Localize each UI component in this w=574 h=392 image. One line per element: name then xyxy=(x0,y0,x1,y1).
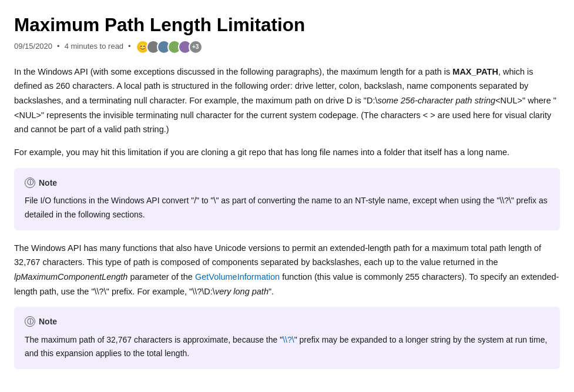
note-icon-1: ⓘ xyxy=(25,177,35,188)
get-volume-link[interactable]: GetVolumeInformation xyxy=(195,272,280,282)
note-text-1: File I/O functions in the Windows API co… xyxy=(25,194,549,222)
paragraph-3: The Windows API has many functions that … xyxy=(14,241,560,299)
paragraph-2: For example, you may hit this limitation… xyxy=(14,145,560,160)
meta-bar: 09/15/2020 • 4 minutes to read • 😊 +3 xyxy=(14,40,560,54)
note-label-1: Note xyxy=(39,176,57,189)
paragraph-1: In the Windows API (with some exceptions… xyxy=(14,65,560,137)
note-icon-2: ⓘ xyxy=(25,316,35,327)
publish-date: 09/15/2020 xyxy=(14,41,52,53)
prefix-link[interactable]: \\?\ xyxy=(283,335,294,344)
note-label-2: Note xyxy=(39,315,57,328)
note-title-1: ⓘ Note xyxy=(25,176,549,189)
note-title-2: ⓘ Note xyxy=(25,315,549,328)
characters-text: characters xyxy=(72,81,112,91)
example-path-italic: some 256-character path string xyxy=(377,96,495,105)
note-text-2: The maximum path of 32,767 characters is… xyxy=(25,333,549,361)
read-time: 4 minutes to read xyxy=(65,41,123,53)
meta-separator2: • xyxy=(128,41,131,53)
long-path-italic: very long path xyxy=(215,287,268,296)
note-box-1: ⓘ Note File I/O functions in the Windows… xyxy=(14,168,560,230)
avatar-overflow: +3 xyxy=(189,40,203,54)
max-path-bold: MAX_PATH xyxy=(452,67,498,76)
meta-separator: • xyxy=(57,41,60,53)
param-italic: lpMaximumComponentLength xyxy=(14,272,127,282)
avatar-group: 😊 +3 xyxy=(136,40,203,54)
note-box-2: ⓘ Note The maximum path of 32,767 charac… xyxy=(14,307,560,369)
page-title: Maximum Path Length Limitation xyxy=(14,14,560,36)
